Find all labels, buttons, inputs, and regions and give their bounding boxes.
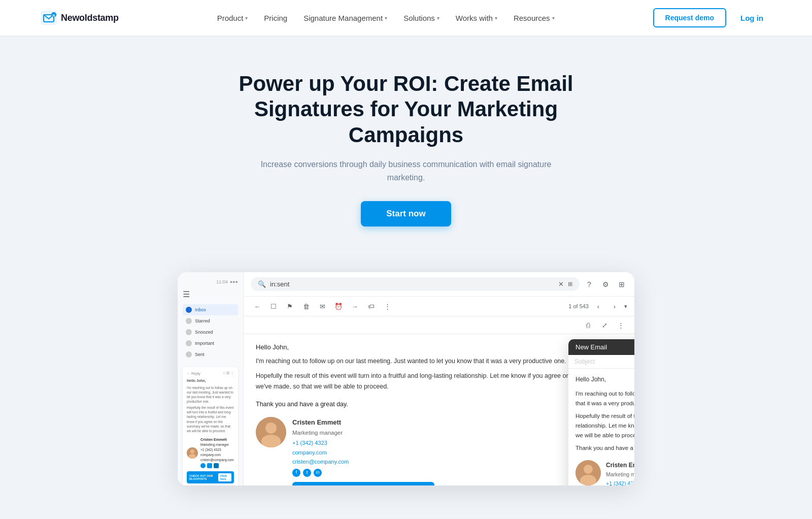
linkedin-icon: in <box>314 469 322 477</box>
back-icon[interactable]: ← <box>251 300 264 313</box>
star-icon <box>186 318 192 324</box>
email-body-p2: Hopefully the result of this event will … <box>256 371 622 392</box>
sidebar-item-snoozed[interactable]: Snoozed <box>183 327 238 338</box>
svg-point-12 <box>580 475 596 485</box>
gmail-toolbar-right: 1 of 543 ‹ › ▾ <box>568 300 627 313</box>
more-icon[interactable]: ⋮ <box>614 318 627 332</box>
phone-banner: Check out our blogposts Click here <box>187 471 234 483</box>
chevron-down-icon: ▾ <box>385 15 387 21</box>
compose-body: Hello John, I'm reaching out to follow u… <box>568 369 634 485</box>
chevron-down-icon: ▾ <box>552 15 555 21</box>
inbox-icon <box>186 307 192 313</box>
phone-panel: 11:04 ●●● ☰ Inbox Starred Snoozed <box>178 272 244 485</box>
hero-subtitle: Increase conversions through daily busin… <box>259 158 553 184</box>
clear-search-icon[interactable]: ✕ <box>558 280 564 288</box>
sidebar-item-important[interactable]: Important <box>183 338 238 349</box>
signature-info: Cristen Emmett Marketing manager +1 (342… <box>292 417 434 485</box>
nav-item-resources[interactable]: Resources ▾ <box>506 10 562 26</box>
nav-item-solutions[interactable]: Solutions ▾ <box>396 10 447 26</box>
nav-item-pricing[interactable]: Pricing <box>257 10 294 26</box>
next-page-icon[interactable]: › <box>608 300 621 313</box>
nav-links: Product ▾ Pricing Signature Management ▾… <box>210 10 562 26</box>
login-button[interactable]: Log in <box>732 9 771 27</box>
hero-section: Power up Your ROI: Create Email Signatur… <box>188 36 624 247</box>
navbar: N Newoldstamp Product ▾ Pricing Signatur… <box>0 0 812 36</box>
nav-item-works-with[interactable]: Works with ▾ <box>449 10 504 26</box>
label-icon <box>186 340 192 346</box>
phone-avatar <box>187 447 198 459</box>
view-options[interactable]: ▾ <box>624 303 627 310</box>
snooze-icon <box>186 329 192 335</box>
email-thanks: Thank you and have a great day. <box>256 401 622 408</box>
chevron-down-icon: ▾ <box>437 15 439 21</box>
gmail-search[interactable]: 🔍 in:sent ✕ ⊞ <box>251 277 580 291</box>
gmail-topbar-icons: ? ⚙ ⊞ <box>584 279 627 290</box>
print-icon[interactable]: ⎙ <box>582 318 595 332</box>
logo-icon: N <box>41 11 57 25</box>
gmail-topbar: 🔍 in:sent ✕ ⊞ ? ⚙ ⊞ <box>244 272 634 297</box>
signature-avatar <box>256 417 286 447</box>
nav-item-signature-management[interactable]: Signature Management ▾ <box>296 10 394 26</box>
gmail-toolbar-left: ← ☐ ⚑ 🗑 ✉ ⏰ → 🏷 ⋮ <box>251 300 394 313</box>
facebook-icon: f <box>292 469 300 477</box>
prev-page-icon[interactable]: ‹ <box>592 300 605 313</box>
email-signature: Cristen Emmett Marketing manager +1 (342… <box>256 417 622 485</box>
send-icon <box>186 351 192 358</box>
phone-email-preview: ← Reply □ ☰ ⋮ Hello John, I'm reaching o… <box>183 367 238 485</box>
email-action-row: ⎙ ⤢ ⋮ <box>244 316 634 334</box>
compose-subject[interactable]: Subject <box>568 355 634 369</box>
help-icon[interactable]: ? <box>584 279 595 290</box>
email-body-p1: I'm reaching out to follow up on our las… <box>256 356 622 367</box>
svg-point-11 <box>584 465 593 474</box>
hamburger-icon[interactable]: ☰ <box>183 289 238 299</box>
sidebar-item-starred[interactable]: Starred <box>183 315 238 327</box>
open-icon[interactable]: ⤢ <box>598 318 611 332</box>
compose-avatar <box>576 460 601 485</box>
dots-icon[interactable]: ⋮ <box>381 300 394 313</box>
hero-title: Power up Your ROI: Create Email Signatur… <box>198 71 614 148</box>
logo-text: Newoldstamp <box>61 13 119 23</box>
clock-icon[interactable]: ⏰ <box>332 300 345 313</box>
apps-icon[interactable]: ⊞ <box>616 279 627 290</box>
start-now-button[interactable]: Start now <box>361 201 451 226</box>
search-filter-icon[interactable]: ⊞ <box>568 281 572 287</box>
preview-card: 11:04 ●●● ☰ Inbox Starred Snoozed <box>178 272 634 485</box>
svg-text:N: N <box>52 14 55 17</box>
sidebar-item-inbox[interactable]: Inbox <box>183 304 238 315</box>
logo[interactable]: N Newoldstamp <box>41 11 119 25</box>
compose-signature: Cristen Emmett Marketing manager +1 (342… <box>576 460 634 485</box>
main-panel: 🔍 in:sent ✕ ⊞ ? ⚙ ⊞ ← ☐ <box>244 272 634 485</box>
email-greeting: Hello John, <box>256 343 622 351</box>
gmail-mock: 11:04 ●●● ☰ Inbox Starred Snoozed <box>178 272 634 485</box>
sidebar-item-sent[interactable]: Sent <box>183 349 238 360</box>
social-icons: f t in <box>292 469 434 477</box>
gmail-body: Hello John, I'm reaching out to follow u… <box>244 334 634 485</box>
svg-point-8 <box>265 423 277 434</box>
phone-top-bar: 11:04 ●●● <box>183 279 238 284</box>
move-icon[interactable]: → <box>348 300 361 313</box>
settings-icon[interactable]: ⚙ <box>600 279 611 290</box>
signature-banner: Check out our blogposts Click here <box>292 482 434 485</box>
svg-point-5 <box>190 449 194 453</box>
chevron-down-icon: ▾ <box>495 15 497 21</box>
gmail-toolbar: ← ☐ ⚑ 🗑 ✉ ⏰ → 🏷 ⋮ 1 of 543 ‹ › ▾ <box>244 297 634 316</box>
nav-actions: Request demo Log in <box>653 8 771 27</box>
archive-icon[interactable]: ☐ <box>267 300 280 313</box>
twitter-icon: t <box>303 469 311 477</box>
request-demo-button[interactable]: Request demo <box>653 8 726 27</box>
svg-point-9 <box>261 435 281 447</box>
phone-signature: Cristen Emmett Marketing manager +1 (342… <box>187 437 234 469</box>
nav-item-product[interactable]: Product ▾ <box>210 10 255 26</box>
search-icon: 🔍 <box>258 280 266 288</box>
delete-icon[interactable]: 🗑 <box>299 300 313 313</box>
email-icon[interactable]: ✉ <box>316 300 329 313</box>
chevron-down-icon: ▾ <box>245 15 248 21</box>
page-wrapper: N Newoldstamp Product ▾ Pricing Signatur… <box>0 0 812 519</box>
compose-header: New Email ⊗ <box>568 339 634 355</box>
label-icon[interactable]: 🏷 <box>364 300 378 313</box>
compose-window: New Email ⊗ Subject Hello John, I'm reac… <box>568 339 634 485</box>
report-icon[interactable]: ⚑ <box>283 300 296 313</box>
